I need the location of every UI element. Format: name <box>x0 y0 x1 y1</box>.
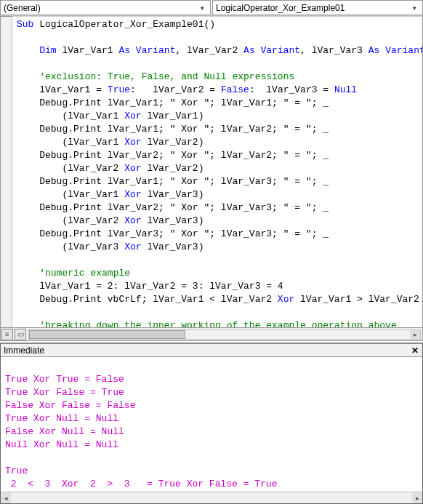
immediate-body[interactable]: True Xor True = False True Xor False = T… <box>1 357 422 492</box>
horizontal-scrollbar[interactable]: ◂ ▸ <box>28 329 421 340</box>
immediate-titlebar: Immediate ✕ <box>1 344 422 357</box>
code-scroll[interactable]: Sub LogicalOperator_Xor_Example01() Dim … <box>12 16 422 327</box>
immediate-output[interactable]: True Xor True = False True Xor False = T… <box>1 357 422 492</box>
chevron-down-icon: ▾ <box>197 4 207 12</box>
dropdown-bar: (General) ▾ LogicalOperator_Xor_Example0… <box>0 0 423 16</box>
scrollbar-thumb[interactable] <box>29 330 185 339</box>
object-dropdown-label: (General) <box>4 3 41 13</box>
scroll-right-icon[interactable]: ▸ <box>410 330 420 339</box>
code-pane: Sub LogicalOperator_Xor_Example01() Dim … <box>0 16 423 328</box>
immediate-horizontal-scrollbar[interactable]: ◂ ▸ <box>1 492 422 503</box>
procedure-dropdown[interactable]: LogicalOperator_Xor_Example01 ▾ <box>212 0 423 15</box>
code-text[interactable]: Sub LogicalOperator_Xor_Example01() Dim … <box>12 17 422 327</box>
object-dropdown[interactable]: (General) ▾ <box>0 0 211 15</box>
scroll-right-icon[interactable]: ▸ <box>412 492 422 503</box>
procedure-dropdown-label: LogicalOperator_Xor_Example01 <box>216 3 345 13</box>
chevron-down-icon: ▾ <box>409 4 419 12</box>
procedure-view-button[interactable]: ≡ <box>1 329 13 340</box>
vba-editor: (General) ▾ LogicalOperator_Xor_Example0… <box>0 0 423 504</box>
full-module-view-button[interactable]: ▭ <box>15 329 26 340</box>
margin-indicator-bar <box>1 16 12 327</box>
close-icon[interactable]: ✕ <box>409 345 421 356</box>
scroll-left-icon[interactable]: ◂ <box>1 492 11 503</box>
immediate-window: Immediate ✕ True Xor True = False True X… <box>0 343 423 504</box>
bottom-toolbar: ≡ ▭ ◂ ▸ <box>0 328 423 341</box>
immediate-title-label: Immediate <box>4 345 44 356</box>
